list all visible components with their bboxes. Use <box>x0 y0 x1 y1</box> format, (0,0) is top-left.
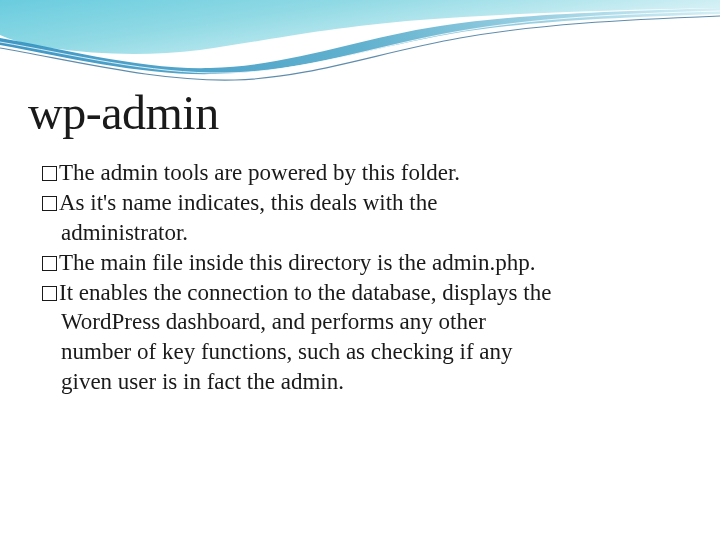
bullet-icon <box>42 196 57 211</box>
bullet-item: The admin tools are powered by this fold… <box>42 158 690 188</box>
bullet-text: It enables the connection to the databas… <box>59 280 551 305</box>
slide-title: wp-admin <box>28 85 219 140</box>
wave-decoration <box>0 0 720 90</box>
bullet-item: The main file inside this directory is t… <box>42 248 690 278</box>
bullet-text: The main file inside this directory is t… <box>59 250 536 275</box>
bullet-text: As it's name indicates, this deals with … <box>59 190 437 215</box>
bullet-continuation: number of key functions, such as checkin… <box>61 337 690 367</box>
bullet-icon <box>42 256 57 271</box>
bullet-continuation: WordPress dashboard, and performs any ot… <box>61 307 690 337</box>
bullet-item: It enables the connection to the databas… <box>42 278 690 308</box>
bullet-icon <box>42 286 57 301</box>
slide-body: The admin tools are powered by this fold… <box>42 158 690 397</box>
bullet-icon <box>42 166 57 181</box>
bullet-continuation: administrator. <box>61 218 690 248</box>
bullet-item: As it's name indicates, this deals with … <box>42 188 690 218</box>
bullet-text: The admin tools are powered by this fold… <box>59 160 460 185</box>
bullet-continuation: given user is in fact the admin. <box>61 367 690 397</box>
